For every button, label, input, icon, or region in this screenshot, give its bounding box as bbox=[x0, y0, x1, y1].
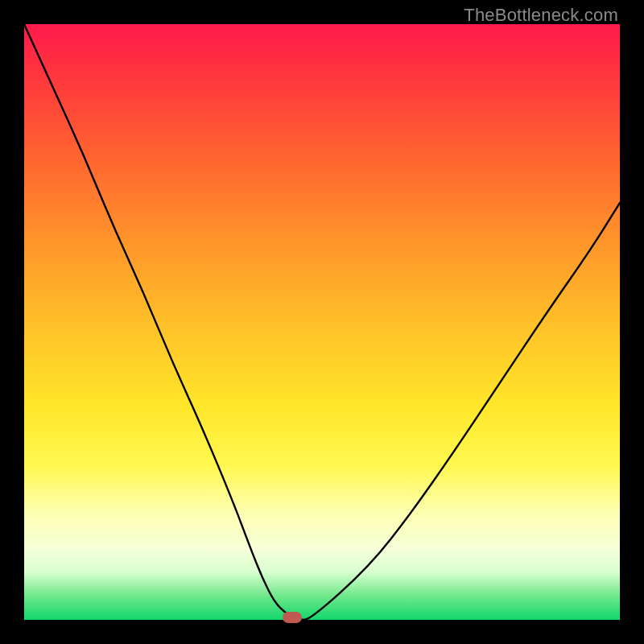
plot-area bbox=[24, 24, 620, 620]
optimal-point-marker bbox=[283, 612, 302, 623]
watermark-text: TheBottleneck.com bbox=[464, 5, 618, 26]
bottleneck-curve bbox=[24, 24, 620, 620]
chart-frame: TheBottleneck.com bbox=[0, 0, 644, 644]
